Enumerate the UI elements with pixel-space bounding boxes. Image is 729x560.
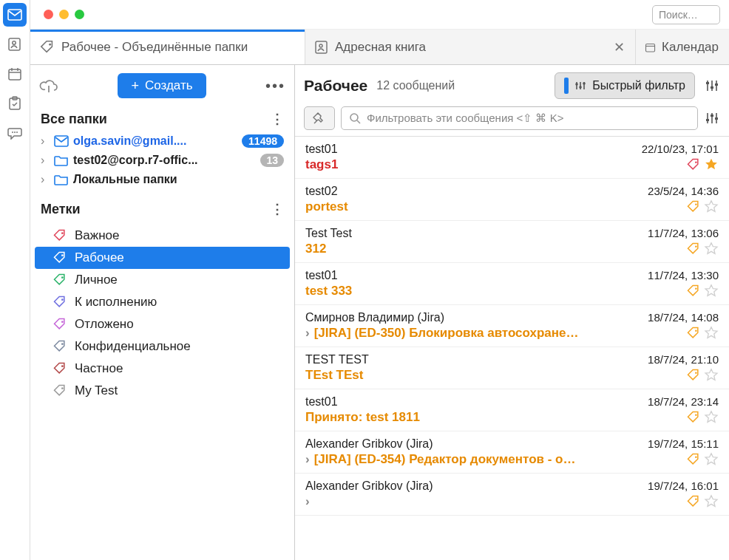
tab-main[interactable]: Рабочее - Объединённые папки [30, 30, 305, 64]
chevron-right-icon[interactable]: › [305, 494, 310, 508]
chevron-right-icon[interactable]: › [305, 326, 310, 340]
tag-row[interactable]: Отложено [30, 313, 294, 335]
star-icon[interactable] [704, 410, 719, 425]
folder-name: olga.savin@gmail.... [73, 134, 237, 148]
rail-addressbook[interactable] [3, 33, 27, 56]
rail-tasks[interactable] [3, 92, 27, 115]
star-icon[interactable] [704, 284, 719, 298]
folder-row[interactable]: ›olga.savin@gmail....11498 [30, 132, 294, 151]
svg-point-48 [695, 161, 697, 163]
tag-row[interactable]: Конфиденциальное [30, 335, 294, 358]
message-sender: Alexander Gribkov (Jira) [305, 479, 433, 493]
folder-row[interactable]: ›test02@corp.r7-offic...13 [30, 151, 294, 170]
rail-chat[interactable] [3, 121, 27, 145]
tag-icon [52, 250, 67, 265]
chevron-right-icon[interactable]: › [41, 134, 50, 148]
message-item[interactable]: TEST TEST18/7/24, 21:10TEst TEst [295, 347, 729, 389]
search-placeholder: Поиск… [659, 9, 698, 21]
tag-row[interactable]: Личное [30, 269, 294, 291]
message-sender: test01 [305, 395, 338, 409]
more-icon[interactable]: ••• [265, 78, 285, 95]
tag-row[interactable]: Рабочее [35, 247, 290, 269]
star-icon[interactable] [704, 326, 719, 341]
rail-calendar[interactable] [3, 62, 27, 86]
message-item[interactable]: Alexander Gribkov (Jira)19/7/24, 16:01› [295, 474, 729, 516]
message-item[interactable]: test0223/5/24, 14:36portest [295, 179, 729, 221]
tag-label: My Test [75, 383, 118, 398]
svg-point-22 [61, 298, 64, 301]
minimize-window[interactable] [59, 10, 69, 19]
svg-point-2 [13, 41, 16, 44]
message-icons [686, 326, 719, 341]
tab-addressbook[interactable]: Адресная книга ✕ [305, 30, 636, 64]
message-date: 11/7/24, 13:06 [648, 227, 719, 240]
message-subject: tags1 [305, 157, 338, 172]
star-icon[interactable] [704, 494, 719, 509]
quick-filter-button[interactable]: Быстрый фильтр [555, 72, 695, 99]
tag-icon [52, 339, 67, 354]
rail-mail[interactable] [3, 3, 27, 27]
tag-label: Важное [75, 228, 119, 243]
tag-row[interactable]: My Test [30, 380, 294, 402]
message-item[interactable]: test0122/10/23, 17:01tags1 [295, 137, 729, 179]
create-label: Создать [145, 78, 193, 93]
chevron-right-icon[interactable]: › [41, 173, 50, 186]
message-icons [686, 157, 719, 172]
display-settings-icon[interactable] [704, 78, 720, 94]
svg-point-20 [61, 254, 64, 256]
svg-line-41 [357, 120, 360, 123]
tag-icon [686, 326, 701, 341]
message-filter-input[interactable]: Фильтровать эти сообщения <⇧ ⌘ K> [341, 106, 698, 130]
star-icon[interactable] [704, 452, 719, 467]
tab-label: Адресная книга [335, 40, 426, 55]
message-date: 18/7/24, 23:14 [648, 395, 719, 409]
star-icon[interactable] [704, 242, 719, 256]
message-count: 12 сообщений [376, 79, 455, 92]
search-icon [349, 112, 361, 124]
cloud-sync-icon[interactable] [39, 78, 58, 94]
message-date: 19/7/24, 15:11 [648, 437, 719, 451]
zoom-window[interactable] [75, 10, 84, 19]
message-item[interactable]: Alexander Gribkov (Jira)19/7/24, 15:11›[… [295, 431, 729, 474]
kebab-icon[interactable]: ⋮ [271, 111, 284, 127]
svg-point-49 [695, 203, 697, 205]
star-icon[interactable] [704, 199, 719, 214]
tag-row[interactable]: Важное [30, 225, 294, 247]
display-settings-icon[interactable] [704, 110, 720, 126]
close-icon[interactable]: ✕ [614, 39, 625, 55]
message-item[interactable]: Test Test11/7/24, 13:06312 [295, 221, 729, 263]
message-item[interactable]: Смирнов Владимир (Jira)18/7/24, 14:08›[J… [295, 305, 729, 347]
tag-icon [52, 295, 67, 310]
tag-row[interactable]: К исполнению [30, 291, 294, 313]
message-subject: › [305, 494, 314, 509]
chevron-right-icon[interactable]: › [41, 154, 50, 167]
star-icon[interactable] [704, 157, 719, 172]
svg-point-10 [14, 132, 16, 133]
message-date: 19/7/24, 16:01 [648, 479, 719, 493]
message-subject: Принято: test 1811 [305, 410, 420, 425]
tag-label: Отложено [75, 317, 134, 332]
tag-label: Рабочее [75, 250, 124, 265]
kebab-icon[interactable]: ⋮ [271, 201, 284, 217]
tag-row[interactable]: Частное [30, 358, 294, 380]
message-item[interactable]: test0111/7/24, 13:30test 333 [295, 263, 729, 305]
tag-icon [52, 228, 67, 243]
tag-icon [52, 383, 67, 398]
create-button[interactable]: + Создать [118, 73, 206, 98]
tab-calendar[interactable]: Календар [636, 30, 729, 64]
message-subject: ›[JIRA] (ED-354) Редактор документов - о… [305, 452, 576, 467]
message-list[interactable]: test0122/10/23, 17:01tags1test0223/5/24,… [295, 136, 729, 560]
tag-icon [686, 410, 701, 425]
close-window[interactable] [44, 10, 53, 19]
star-icon[interactable] [704, 368, 719, 383]
tag-label: Частное [75, 361, 123, 376]
message-item[interactable]: test0118/7/24, 23:14Принято: test 1811 [295, 389, 729, 431]
tag-icon [52, 361, 67, 376]
svg-point-40 [350, 114, 358, 121]
pin-toggle[interactable] [304, 106, 335, 130]
message-sender: Test Test [305, 227, 352, 240]
folder-row[interactable]: ›Локальные папки [30, 170, 294, 189]
chevron-right-icon[interactable]: › [305, 452, 310, 466]
global-search-input[interactable]: Поиск… [652, 5, 720, 24]
tag-icon [686, 284, 701, 298]
